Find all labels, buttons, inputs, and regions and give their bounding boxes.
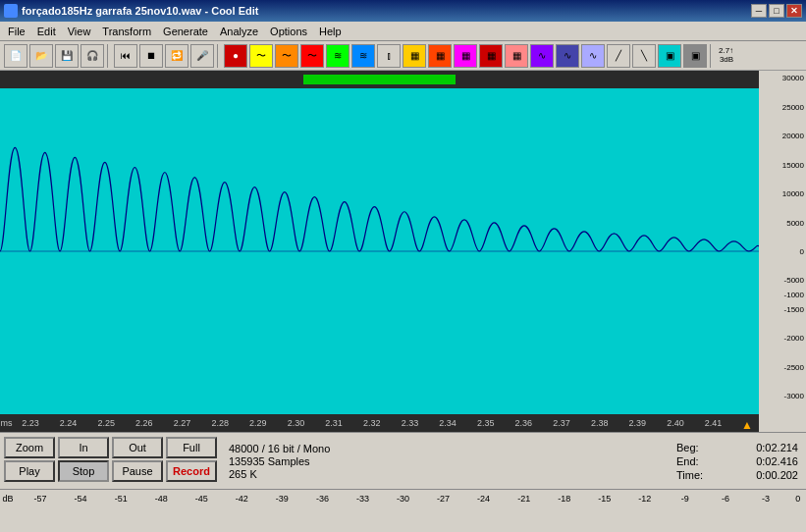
play-button[interactable]: Play xyxy=(4,460,55,482)
scale-0: 0 xyxy=(800,247,804,256)
title-text: forçado185Hz garrafa 25nov10.wav - Cool … xyxy=(4,4,258,18)
menu-view[interactable]: View xyxy=(62,24,97,39)
db-label: dB xyxy=(2,494,13,504)
time-tick-8: 2.31 xyxy=(325,418,343,428)
zoom-full-button[interactable]: Full xyxy=(166,437,217,458)
toolbar-sep-3 xyxy=(710,44,714,68)
main-area: hms 2.23 2.24 2.25 2.26 2.27 2.28 2.29 2… xyxy=(0,71,806,432)
record-button[interactable]: Record xyxy=(166,460,217,482)
close-button[interactable]: ✕ xyxy=(786,4,802,18)
tb-wave16[interactable]: ╲ xyxy=(632,44,656,68)
zoom-button[interactable]: Zoom xyxy=(4,437,55,458)
scale-n1500: -1500 xyxy=(784,304,804,313)
level-top-label: 2.7↑ xyxy=(719,47,733,55)
right-scale: 30000 25000 20000 15000 10000 5000 0 -50… xyxy=(759,71,806,432)
db-n24: -24 xyxy=(477,494,490,504)
scale-n1000: -1000 xyxy=(784,291,804,299)
tb-wave18[interactable]: ▣ xyxy=(683,44,707,68)
tb-stop2[interactable]: ⏹ xyxy=(139,44,163,68)
tb-wave5[interactable]: ≋ xyxy=(351,44,375,68)
time-tick-13: 2.36 xyxy=(515,418,533,428)
db-n33: -33 xyxy=(356,494,369,504)
minimize-button[interactable]: ─ xyxy=(751,4,767,18)
zoom-in-button[interactable]: In xyxy=(58,437,109,458)
time-end-row: End: 0:02.416 xyxy=(676,455,798,467)
title-bar: forçado185Hz garrafa 25nov10.wav - Cool … xyxy=(0,0,806,22)
tb-wave10[interactable]: ▦ xyxy=(479,44,503,68)
time-tick-16: 2.39 xyxy=(629,418,647,428)
time-tick-18: 2.41 xyxy=(705,418,723,428)
db-n51: -51 xyxy=(115,494,128,504)
tb-wave8[interactable]: ▦ xyxy=(428,44,452,68)
time-tick-17: 2.40 xyxy=(667,418,684,428)
file-size: 265 K xyxy=(229,468,661,480)
menu-analyze[interactable]: Analyze xyxy=(214,24,264,39)
tb-wave3[interactable]: 〜 xyxy=(300,44,324,68)
db-n27: -27 xyxy=(437,494,450,504)
waveform-container: hms 2.23 2.24 2.25 2.26 2.27 2.28 2.29 2… xyxy=(0,71,759,432)
menu-file[interactable]: File xyxy=(2,24,31,39)
tb-headphone[interactable]: 🎧 xyxy=(81,44,104,68)
db-n30: -30 xyxy=(397,494,409,504)
playhead-marker: ▲ xyxy=(741,418,753,432)
menu-generate[interactable]: Generate xyxy=(157,24,214,39)
maximize-button[interactable]: □ xyxy=(769,4,784,18)
end-label: End: xyxy=(676,455,699,467)
tb-open[interactable]: 📂 xyxy=(29,44,53,68)
zoom-out-button[interactable]: Out xyxy=(112,437,163,458)
db-ruler: dB -57 -54 -51 -48 -45 -42 -39 -36 -33 -… xyxy=(0,489,806,506)
time-tick-1: 2.24 xyxy=(60,418,78,428)
tb-rewind[interactable]: ⏮ xyxy=(114,44,137,68)
tb-wave13[interactable]: ∿ xyxy=(556,44,579,68)
db-n39: -39 xyxy=(276,494,289,504)
menu-options[interactable]: Options xyxy=(264,24,313,39)
tb-wave11[interactable]: ▦ xyxy=(505,44,528,68)
tb-record2[interactable]: ● xyxy=(224,44,247,68)
menu-bar: File Edit View Transform Generate Analyz… xyxy=(0,22,806,41)
tb-wave1[interactable]: 〜 xyxy=(249,44,273,68)
waveform-area[interactable] xyxy=(0,88,759,414)
time-dur-row: Time: 0:00.202 xyxy=(676,469,798,481)
tb-wave12[interactable]: ∿ xyxy=(530,44,554,68)
tb-wave6[interactable]: ⫿ xyxy=(377,44,401,68)
db-n15: -15 xyxy=(598,494,611,504)
level-meter: 2.7↑ 3dB xyxy=(719,47,733,64)
db-n36: -36 xyxy=(316,494,329,504)
timeline-bar[interactable] xyxy=(0,71,759,88)
tb-save[interactable]: 💾 xyxy=(55,44,79,68)
time-tick-4: 2.27 xyxy=(174,418,191,428)
file-info: 48000 / 16 bit / Mono 135935 Samples 265… xyxy=(221,433,669,489)
time-tick-5: 2.28 xyxy=(211,418,229,428)
db-n57: -57 xyxy=(34,494,47,504)
db-n6: -6 xyxy=(722,494,729,504)
pause-button[interactable]: Pause xyxy=(112,460,163,482)
tb-wave14[interactable]: ∿ xyxy=(581,44,605,68)
tb-mic[interactable]: 🎤 xyxy=(190,44,214,68)
app-icon xyxy=(4,4,18,18)
menu-edit[interactable]: Edit xyxy=(31,24,62,39)
menu-transform[interactable]: Transform xyxy=(96,24,157,39)
time-tick-10: 2.33 xyxy=(402,418,419,428)
scale-10000: 10000 xyxy=(782,189,804,198)
menu-help[interactable]: Help xyxy=(313,24,348,39)
db-n21: -21 xyxy=(517,494,530,504)
window-controls: ─ □ ✕ xyxy=(751,4,802,18)
time-tick-15: 2.38 xyxy=(591,418,609,428)
scale-25000: 25000 xyxy=(782,102,804,111)
tb-wave7[interactable]: ▦ xyxy=(403,44,426,68)
tb-wave9[interactable]: ▦ xyxy=(454,44,477,68)
db-n42: -42 xyxy=(236,494,248,504)
db-0: 0 xyxy=(795,494,800,504)
stop-button[interactable]: Stop xyxy=(58,460,109,482)
tb-wave15[interactable]: ╱ xyxy=(607,44,630,68)
scale-30000: 30000 xyxy=(782,74,804,82)
db-n12: -12 xyxy=(638,494,651,504)
tb-wave4[interactable]: ≋ xyxy=(326,44,349,68)
tb-wave17[interactable]: ▣ xyxy=(658,44,681,68)
time-tick-9: 2.32 xyxy=(363,418,381,428)
db-n45: -45 xyxy=(195,494,208,504)
timeline-highlight xyxy=(303,75,456,84)
tb-wave2[interactable]: 〜 xyxy=(275,44,298,68)
tb-new[interactable]: 📄 xyxy=(4,44,27,68)
tb-loop[interactable]: 🔁 xyxy=(165,44,188,68)
